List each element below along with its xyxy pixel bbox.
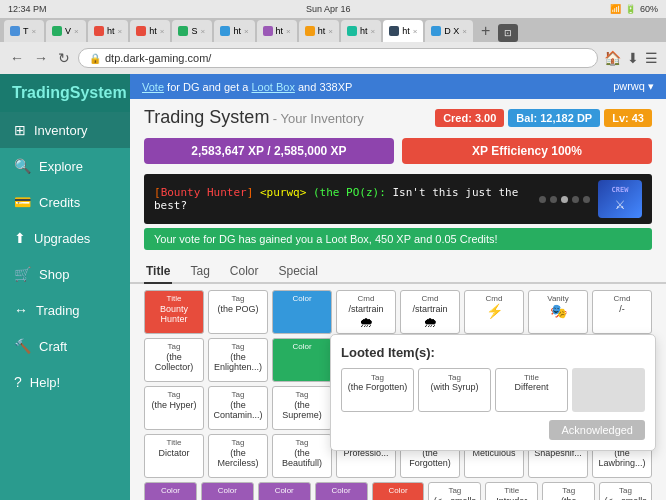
tab-9[interactable]: ht ×: [383, 20, 423, 42]
item-cmd-dash[interactable]: Cmd /-: [592, 290, 652, 334]
item-entity[interactable]: Tag (the Entity): [542, 482, 595, 500]
bal-badge: Bal: 12,182 DP: [508, 109, 600, 127]
battery-icon: 🔋: [625, 4, 636, 14]
sidebar-item-shop[interactable]: 🛒 Shop: [0, 256, 130, 292]
sidebar-item-help[interactable]: ? Help!: [0, 364, 130, 400]
loot-item-forgotten[interactable]: Tag (the Forgotten): [341, 368, 414, 412]
item-cmd-startrain1[interactable]: Cmd /startrain 🌧: [336, 290, 396, 334]
item-supreme[interactable]: Tag (the Supreme): [272, 386, 332, 430]
sidebar-item-credits[interactable]: 💳 Credits: [0, 184, 130, 220]
tab-8[interactable]: ht ×: [341, 20, 381, 42]
sidebar-item-upgrades[interactable]: ⬆ Upgrades: [0, 220, 130, 256]
help-icon: ?: [14, 374, 22, 390]
cred-badge: Cred: 3.00: [435, 109, 504, 127]
user-label[interactable]: pwrwq ▾: [613, 80, 654, 93]
item-collector[interactable]: Tag (the Collector): [144, 338, 204, 382]
tab-1[interactable]: V ×: [46, 20, 86, 42]
app-logo: TradingSystem: [0, 74, 130, 112]
sidebar-label-explore: Explore: [39, 159, 83, 174]
reload-button[interactable]: ↻: [56, 50, 72, 66]
marquee-section: [Bounty Hunter] <purwq> (the PO(z): Isn'…: [144, 174, 652, 224]
address-bar[interactable]: 🔒 dtp.dark-gaming.com/: [78, 48, 598, 68]
loot-item-syrup[interactable]: Tag (with Syrup): [418, 368, 491, 412]
item-color-red[interactable]: Color: [372, 482, 425, 500]
user-chevron: ▾: [648, 80, 654, 92]
sidebar-label-inventory: Inventory: [34, 123, 87, 138]
tab-0[interactable]: T ×: [4, 20, 44, 42]
item-beautifull[interactable]: Tag (the Beautifull): [272, 434, 332, 478]
page-subtitle: - Your Inventory: [273, 111, 364, 126]
trading-icon: ↔: [14, 302, 28, 318]
item-cmd-lightning[interactable]: Cmd ⚡: [464, 290, 524, 334]
loot-item-different[interactable]: Title Different: [495, 368, 568, 412]
item-smells2[interactable]: Tag (<-- smells nice): [599, 482, 652, 500]
sidebar: TradingSystem ⊞ Inventory 🔍 Explore 💳 Cr…: [0, 74, 130, 500]
item-bounty-hunter[interactable]: Title Bounty Hunter: [144, 290, 204, 334]
item-dictator[interactable]: Title Dictator: [144, 434, 204, 478]
back-button[interactable]: ←: [8, 50, 26, 66]
download-icon[interactable]: ⬇: [627, 50, 639, 66]
tab-10[interactable]: D X ×: [425, 20, 473, 42]
item-tabs: Title Tag Color Special: [130, 254, 666, 284]
sidebar-item-craft[interactable]: 🔨 Craft: [0, 328, 130, 364]
item-smells1[interactable]: Tag (<-- smells nice): [428, 482, 481, 500]
logo-part1: Trading: [12, 84, 70, 101]
sidebar-label-help: Help!: [30, 375, 60, 390]
item-color-purple2[interactable]: Color: [201, 482, 254, 500]
loot-empty: [572, 368, 645, 412]
tab-color[interactable]: Color: [228, 260, 261, 284]
sidebar-label-shop: Shop: [39, 267, 69, 282]
inventory-icon: ⊞: [14, 122, 26, 138]
tab-overflow[interactable]: ⊡: [498, 24, 518, 42]
item-color-purple3[interactable]: Color: [258, 482, 311, 500]
announce-text: Vote for DG and get a Loot Box and 338XP: [142, 81, 352, 93]
tab-tag[interactable]: Tag: [188, 260, 211, 284]
vote-link[interactable]: Vote: [142, 81, 164, 93]
craft-icon: 🔨: [14, 338, 31, 354]
url-text: dtp.dark-gaming.com/: [105, 52, 211, 64]
xp-bar: 2,583,647 XP / 2,585,000 XP: [144, 138, 394, 164]
sidebar-item-inventory[interactable]: ⊞ Inventory: [0, 112, 130, 148]
marquee-text: [Bounty Hunter] <purwq> (the PO(z): Isn'…: [154, 186, 539, 212]
loot-grid: Tag (the Forgotten) Tag (with Syrup) Tit…: [341, 368, 645, 412]
shop-icon: 🛒: [14, 266, 31, 282]
xp-section: 2,583,647 XP / 2,585,000 XP XP Efficienc…: [130, 132, 666, 170]
item-intruder[interactable]: Title Intruder: [485, 482, 538, 500]
tab-title[interactable]: Title: [144, 260, 172, 284]
home-icon[interactable]: 🏠: [604, 50, 621, 66]
sidebar-item-trading[interactable]: ↔ Trading: [0, 292, 130, 328]
new-tab-button[interactable]: +: [475, 20, 496, 42]
loot-popup: Looted Item(s): Tag (the Forgotten) Tag …: [330, 334, 656, 451]
loot-ack-section: Acknowledged: [341, 420, 645, 440]
item-color-1[interactable]: Color: [272, 290, 332, 334]
credits-icon: 💳: [14, 194, 31, 210]
tab-special[interactable]: Special: [277, 260, 320, 284]
item-enlighten[interactable]: Tag (the Enlighten...): [208, 338, 268, 382]
item-merciless[interactable]: Tag (the Merciless): [208, 434, 268, 478]
loot-popup-title: Looted Item(s):: [341, 345, 645, 360]
item-color-green[interactable]: Color: [272, 338, 332, 382]
item-color-purple4[interactable]: Color: [315, 482, 368, 500]
battery-pct: 60%: [640, 4, 658, 14]
tab-4[interactable]: S ×: [172, 20, 212, 42]
menu-icon[interactable]: ☰: [645, 50, 658, 66]
time: 12:34 PM: [8, 4, 47, 14]
tab-7[interactable]: ht ×: [299, 20, 339, 42]
item-hyper[interactable]: Tag (the Hyper): [144, 386, 204, 430]
tab-5[interactable]: ht ×: [214, 20, 254, 42]
forward-button[interactable]: →: [32, 50, 50, 66]
signal-icon: 📶: [610, 4, 621, 14]
sidebar-item-explore[interactable]: 🔍 Explore: [0, 148, 130, 184]
tab-3[interactable]: ht ×: [130, 20, 170, 42]
tab-6[interactable]: ht ×: [257, 20, 297, 42]
lootbox-link[interactable]: Loot Box: [251, 81, 294, 93]
tab-2[interactable]: ht ×: [88, 20, 128, 42]
page-header: Trading System - Your Inventory Cred: 3.…: [130, 99, 666, 132]
item-contamin[interactable]: Tag (the Contamin...): [208, 386, 268, 430]
acknowledge-button[interactable]: Acknowledged: [549, 420, 645, 440]
item-vanity[interactable]: Vanity 🎭: [528, 290, 588, 334]
item-the-pog[interactable]: Tag (the POG): [208, 290, 268, 334]
item-color-purple1[interactable]: Color: [144, 482, 197, 500]
item-cmd-startrain2[interactable]: Cmd /startrain 🌧: [400, 290, 460, 334]
lock-icon: 🔒: [89, 53, 101, 64]
